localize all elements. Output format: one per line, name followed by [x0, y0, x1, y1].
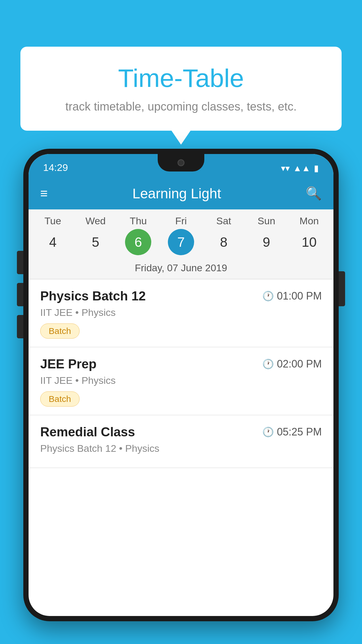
- days-row: Tue4Wed5Thu6Fri7Sat8Sun9Mon10: [29, 215, 333, 255]
- day-number[interactable]: 9: [253, 229, 280, 255]
- wifi-icon: ▾▾: [281, 163, 290, 173]
- batch-badge: Batch: [40, 323, 80, 339]
- hamburger-icon[interactable]: ≡: [40, 187, 48, 200]
- current-date: Friday, 07 June 2019: [29, 258, 333, 279]
- app-bar: ≡ Learning Light 🔍: [29, 177, 333, 209]
- day-col[interactable]: Mon10: [290, 215, 328, 255]
- day-number[interactable]: 5: [82, 229, 109, 255]
- status-time: 14:29: [43, 162, 68, 173]
- bubble-title: Time-Table: [35, 64, 327, 92]
- item-subtitle: IIT JEE • Physics: [40, 307, 322, 318]
- item-subtitle: Physics Batch 12 • Physics: [40, 443, 322, 454]
- day-col[interactable]: Fri7: [162, 215, 200, 255]
- batch-badge: Batch: [40, 391, 80, 407]
- item-time: 🕐 05:25 PM: [262, 426, 322, 438]
- day-label: Tue: [45, 215, 61, 227]
- phone-screen: 14:29 ▾▾ ▲▲ ▮ ≡ Learning Light 🔍 Tue4Wed…: [29, 154, 333, 616]
- day-col[interactable]: Sun9: [247, 215, 285, 255]
- speech-bubble: Time-Table track timetable, upcoming cla…: [20, 47, 342, 131]
- day-label: Fri: [175, 215, 187, 227]
- day-label: Sat: [216, 215, 231, 227]
- phone-outer: 14:29 ▾▾ ▲▲ ▮ ≡ Learning Light 🔍 Tue4Wed…: [23, 149, 339, 621]
- day-number[interactable]: 7: [168, 229, 194, 255]
- search-icon[interactable]: 🔍: [306, 186, 322, 201]
- schedule-item[interactable]: Remedial Class🕐 05:25 PMPhysics Batch 12…: [29, 415, 333, 468]
- day-col[interactable]: Thu6: [119, 215, 157, 255]
- day-col[interactable]: Sat8: [205, 215, 243, 255]
- schedule-item[interactable]: JEE Prep🕐 02:00 PMIIT JEE • PhysicsBatch: [29, 347, 333, 415]
- calendar-strip: Tue4Wed5Thu6Fri7Sat8Sun9Mon10 Friday, 07…: [29, 209, 333, 279]
- schedule-item-header: Physics Batch 12🕐 01:00 PM: [40, 289, 322, 303]
- speech-bubble-container: Time-Table track timetable, upcoming cla…: [20, 47, 342, 131]
- day-label: Sun: [258, 215, 275, 227]
- battery-icon: ▮: [314, 163, 319, 173]
- clock-icon: 🕐: [262, 426, 274, 438]
- day-number[interactable]: 10: [296, 229, 322, 255]
- signal-icon: ▲▲: [293, 163, 310, 173]
- day-label: Thu: [130, 215, 147, 227]
- schedule-item-header: Remedial Class🕐 05:25 PM: [40, 425, 322, 439]
- item-title: JEE Prep: [40, 357, 96, 371]
- item-title: Physics Batch 12: [40, 289, 146, 303]
- day-label: Wed: [85, 215, 106, 227]
- day-col[interactable]: Tue4: [34, 215, 72, 255]
- day-number[interactable]: 4: [40, 229, 66, 255]
- day-number[interactable]: 8: [211, 229, 237, 255]
- app-title: Learning Light: [57, 186, 297, 202]
- schedule-item[interactable]: Physics Batch 12🕐 01:00 PMIIT JEE • Phys…: [29, 279, 333, 347]
- day-col[interactable]: Wed5: [77, 215, 115, 255]
- bubble-subtitle: track timetable, upcoming classes, tests…: [35, 98, 327, 115]
- phone-container: 14:29 ▾▾ ▲▲ ▮ ≡ Learning Light 🔍 Tue4Wed…: [23, 149, 339, 644]
- front-camera: [178, 159, 184, 166]
- phone-notch: [158, 154, 204, 172]
- clock-icon: 🕐: [262, 290, 274, 302]
- item-time: 🕐 01:00 PM: [262, 290, 322, 302]
- status-icons: ▾▾ ▲▲ ▮: [281, 163, 319, 173]
- schedule-item-header: JEE Prep🕐 02:00 PM: [40, 357, 322, 371]
- item-subtitle: IIT JEE • Physics: [40, 375, 322, 386]
- schedule-list: Physics Batch 12🕐 01:00 PMIIT JEE • Phys…: [29, 279, 333, 468]
- day-label: Mon: [300, 215, 319, 227]
- item-title: Remedial Class: [40, 425, 135, 439]
- day-number[interactable]: 6: [125, 229, 151, 255]
- item-time: 🕐 02:00 PM: [262, 358, 322, 370]
- clock-icon: 🕐: [262, 358, 274, 370]
